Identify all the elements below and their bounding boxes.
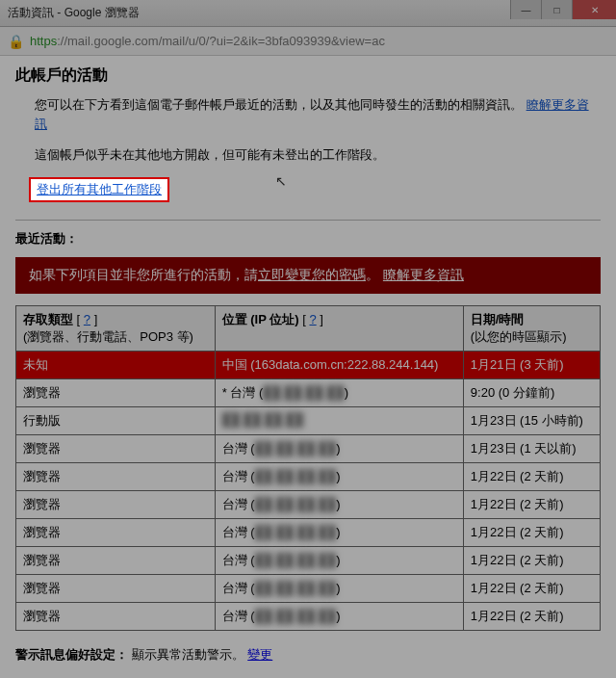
signout-all-button[interactable]: 登出所有其他工作階段 [29, 177, 169, 202]
table-row: 瀏覽器台灣 (██.██.██.██)1月22日 (2 天前) [16, 491, 601, 519]
table-row: 未知中国 (163data.com.cn:222.88.244.144)1月21… [16, 352, 601, 379]
recent-activity-header: 最近活動： [15, 230, 601, 248]
cell-access-type: 未知 [16, 352, 216, 379]
change-preference-link[interactable]: 變更 [247, 647, 272, 662]
cell-location: 台灣 (██.██.██.██) [215, 547, 463, 575]
cell-location: 台灣 (██.██.██.██) [215, 491, 463, 519]
close-button[interactable]: ✕ [572, 0, 616, 19]
window-titlebar: 活動資訊 - Google 瀏覽器 — □ ✕ [0, 0, 616, 27]
col-access-type: 存取類型 [ ? ] (瀏覽器、行動電話、POP3 等) [16, 306, 216, 352]
minimize-button[interactable]: — [510, 0, 541, 19]
table-row: 瀏覽器台灣 (██.██.██.██)1月23日 (1 天以前) [16, 435, 601, 463]
window-controls: — □ ✕ [510, 0, 616, 19]
col-location: 位置 (IP 位址) [ ? ] [215, 306, 463, 352]
table-row: 瀏覽器台灣 (██.██.██.██)1月22日 (2 天前) [16, 547, 601, 575]
window-title: 活動資訊 - Google 瀏覽器 [8, 5, 140, 21]
cell-access-type: 瀏覽器 [16, 519, 216, 547]
cell-access-type: 瀏覽器 [16, 603, 216, 631]
cell-datetime: 1月22日 (2 天前) [463, 519, 600, 547]
security-alert: 如果下列項目並非您所進行的活動，請立即變更您的密碼。 瞭解更多資訊 [15, 257, 601, 294]
cell-location: 台灣 (██.██.██.██) [215, 463, 463, 491]
lock-icon: 🔒 [8, 34, 24, 49]
session-note: 這個帳戶似乎未在其他地方開啟，但可能有未登出的工作階段。 [35, 146, 601, 164]
cell-location: * 台灣 (██.██.██.██) [215, 379, 463, 407]
cell-access-type: 瀏覽器 [16, 463, 216, 491]
cell-datetime: 1月22日 (2 天前) [463, 463, 600, 491]
cell-datetime: 1月23日 (1 天以前) [463, 435, 600, 463]
help-location[interactable]: ? [309, 312, 316, 326]
cell-datetime: 1月22日 (2 天前) [463, 603, 600, 631]
cell-access-type: 瀏覽器 [16, 435, 216, 463]
cell-access-type: 瀏覽器 [16, 547, 216, 575]
table-row: 瀏覽器台灣 (██.██.██.██)1月22日 (2 天前) [16, 463, 601, 491]
cell-datetime: 1月21日 (3 天前) [463, 352, 600, 379]
address-bar[interactable]: 🔒 https://mail.google.com/mail/u/0/?ui=2… [0, 27, 616, 56]
page-content: 此帳戶的活動 您可以在下方看到這個電子郵件帳戶最近的活動，以及其他同時發生的活動… [0, 56, 616, 673]
cell-access-type: 瀏覽器 [16, 575, 216, 603]
cell-location: ██.██.██.██ [215, 407, 463, 435]
page-title: 此帳戶的活動 [15, 65, 601, 86]
help-access-type[interactable]: ? [84, 312, 90, 326]
table-row: 瀏覽器台灣 (██.██.██.██)1月22日 (2 天前) [16, 603, 601, 631]
alert-preference: 警示訊息偏好設定： 顯示異常活動警示。 變更 [15, 646, 601, 664]
table-row: 瀏覽器* 台灣 (██.██.██.██)9:20 (0 分鐘前) [16, 379, 601, 407]
maximize-button[interactable]: □ [541, 0, 572, 19]
cell-location: 台灣 (██.██.██.██) [215, 575, 463, 603]
alert-learn-more-link[interactable]: 瞭解更多資訊 [383, 267, 464, 282]
table-row: 行動版██.██.██.██1月23日 (15 小時前) [16, 407, 601, 435]
cell-datetime: 1月22日 (2 天前) [463, 575, 600, 603]
cell-datetime: 9:20 (0 分鐘前) [463, 379, 600, 407]
cell-access-type: 瀏覽器 [16, 379, 216, 407]
cell-location: 台灣 (██.██.██.██) [215, 435, 463, 463]
cursor-icon: ↖ [275, 173, 287, 189]
cell-datetime: 1月23日 (15 小時前) [463, 407, 600, 435]
change-password-link[interactable]: 立即變更您的密碼 [258, 267, 366, 282]
divider [15, 220, 601, 221]
url-text: https://mail.google.com/mail/u/0/?ui=2&i… [30, 34, 385, 48]
cell-location: 中国 (163data.com.cn:222.88.244.144) [215, 352, 463, 379]
col-datetime: 日期/時間 (以您的時區顯示) [463, 306, 600, 352]
cell-location: 台灣 (██.██.██.██) [215, 603, 463, 631]
cell-datetime: 1月22日 (2 天前) [463, 547, 600, 575]
intro-text: 您可以在下方看到這個電子郵件帳戶最近的活動，以及其他同時發生的活動的相關資訊。 … [35, 95, 601, 133]
table-row: 瀏覽器台灣 (██.██.██.██)1月22日 (2 天前) [16, 575, 601, 603]
cell-location: 台灣 (██.██.██.██) [215, 519, 463, 547]
table-row: 瀏覽器台灣 (██.██.██.██)1月22日 (2 天前) [16, 519, 601, 547]
cell-datetime: 1月22日 (2 天前) [463, 491, 600, 519]
activity-table: 存取類型 [ ? ] (瀏覽器、行動電話、POP3 等) 位置 (IP 位址) … [15, 305, 601, 631]
cell-access-type: 瀏覽器 [16, 491, 216, 519]
cell-access-type: 行動版 [16, 407, 216, 435]
